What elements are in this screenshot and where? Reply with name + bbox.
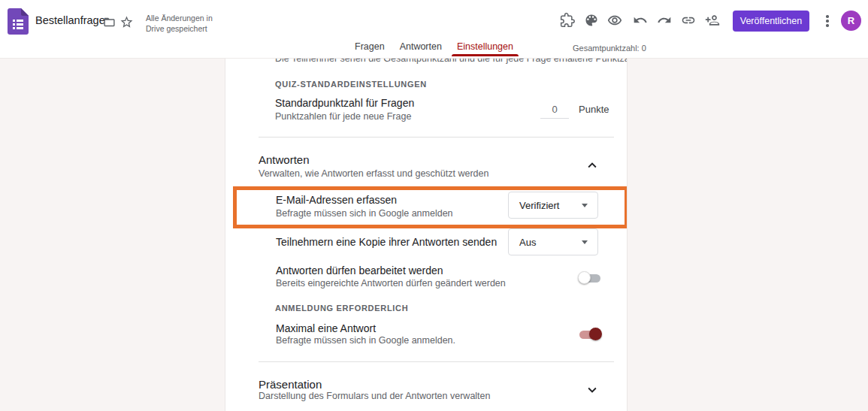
limit-one-response-title: Maximal eine Antwort [276, 322, 376, 334]
forms-logo-icon[interactable] [8, 8, 29, 35]
collect-email-title: E-Mail-Adressen erfassen [276, 194, 397, 206]
collect-email-dropdown[interactable]: Verifiziert [508, 192, 598, 219]
preview-eye-icon[interactable] [607, 13, 622, 28]
section-divider [259, 361, 614, 362]
total-points-label: Gesamtpunktzahl: 0 [573, 44, 646, 53]
allow-edit-toggle-off[interactable] [578, 271, 602, 284]
default-points-title: Standardpunktzahl für Fragen [275, 97, 414, 109]
redo-icon[interactable] [657, 13, 672, 28]
quiz-defaults-section-header: QUIZ-STANDARDEINSTELLUNGEN [275, 80, 427, 89]
document-title[interactable]: Bestellanfrage [35, 14, 105, 26]
send-copy-title: Teilnehmern eine Kopie ihrer Antworten s… [276, 236, 497, 248]
send-copy-dropdown[interactable]: Aus [508, 228, 598, 255]
default-points-input[interactable]: 0 [540, 104, 569, 115]
default-points-subtitle: Punktzahlen für jede neue Frage [275, 111, 411, 122]
theme-palette-icon[interactable] [584, 13, 599, 28]
extensions-icon[interactable] [560, 13, 575, 28]
allow-edit-subtitle: Bereits eingereichte Antworten dürfen ge… [276, 278, 506, 289]
tab-antworten[interactable]: Antworten [392, 38, 449, 58]
send-copy-dropdown-value: Aus [519, 237, 536, 248]
collect-email-dropdown-value: Verifiziert [519, 200, 559, 211]
account-avatar[interactable]: R [841, 11, 861, 31]
collect-email-subtitle: Befragte müssen sich in Google anmelden [276, 208, 453, 219]
presentation-section-title: Präsentation [259, 378, 322, 391]
tab-bar: Fragen Antworten Einstellungen [0, 38, 868, 58]
dropdown-caret-icon [582, 240, 588, 244]
section-divider [259, 137, 614, 138]
presentation-section-subtitle: Darstellung des Formulars und der Antwor… [259, 391, 490, 401]
more-options-kebab-icon[interactable] [822, 14, 833, 29]
toggle-knob [589, 328, 602, 340]
dropdown-caret-icon [582, 204, 588, 207]
add-collaborator-icon[interactable] [705, 13, 720, 28]
publish-button[interactable]: Veröffentlichen [733, 11, 809, 32]
star-icon[interactable] [119, 15, 134, 29]
collapse-chevron-up-icon[interactable] [584, 157, 600, 174]
limit-one-response-subtitle: Befragte müssen sich in Google anmelden. [276, 335, 455, 346]
save-status-text: Alle Änderungen in Drive gespeichert [146, 14, 230, 34]
expand-chevron-down-icon[interactable] [584, 382, 600, 398]
google-forms-settings-page: Bestellanfrage Alle Änderungen in Drive … [0, 0, 868, 411]
clipped-scrolled-text: Die Teilnehmer sehen die Gesamtpunktzahl… [275, 59, 628, 64]
copy-link-icon[interactable] [681, 13, 696, 28]
default-points-input-underline [540, 118, 569, 119]
tab-fragen[interactable]: Fragen [347, 38, 392, 58]
signin-required-section-header: ANMELDUNG ERFORDERLICH [275, 304, 408, 313]
undo-icon[interactable] [633, 13, 648, 28]
settings-card: Die Teilnehmer sehen die Gesamtpunktzahl… [225, 59, 628, 411]
responses-section-subtitle: Verwalten, wie Antworten erfasst und ges… [259, 168, 488, 179]
app-header: Bestellanfrage Alle Änderungen in Drive … [0, 0, 868, 59]
limit-one-response-toggle-on[interactable] [578, 328, 602, 340]
move-to-folder-icon[interactable] [103, 16, 116, 29]
responses-section-title: Antworten [259, 153, 310, 166]
points-unit-label: Punkte [579, 104, 609, 115]
toggle-knob [578, 271, 591, 284]
tab-einstellungen[interactable]: Einstellungen [449, 38, 521, 58]
allow-edit-title: Antworten dürfen bearbeitet werden [276, 264, 443, 277]
